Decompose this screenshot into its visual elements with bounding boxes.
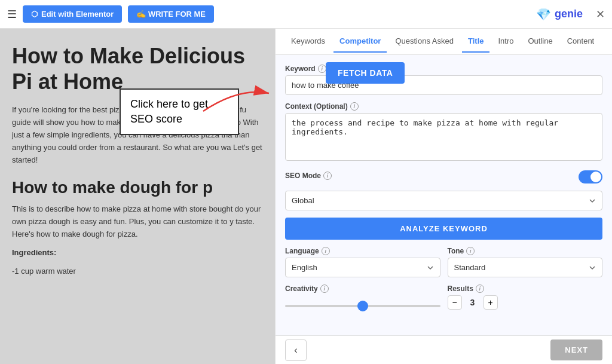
creativity-results-row: Creativity i Results i − 3 + — [285, 285, 602, 311]
tabs-bar: Keywords Competitor Questions Asked Titl… — [276, 29, 612, 55]
global-select[interactable]: Global — [285, 191, 602, 210]
ingredient-item: -1 cup warm water — [12, 265, 263, 278]
context-label: Context (Optional) i — [285, 102, 602, 111]
creativity-slider-container — [285, 299, 440, 311]
article-paragraph2: This is to describe how to make pizza at… — [12, 203, 263, 240]
bottom-bar: ‹ NEXT — [276, 335, 612, 364]
seo-mode-row: SEO Mode i — [285, 170, 602, 183]
language-tone-row: Language i English Tone i Standard — [285, 247, 602, 277]
tab-intro[interactable]: Intro — [492, 30, 519, 53]
global-dropdown-group: Global — [285, 191, 602, 210]
close-button[interactable]: ✕ — [596, 8, 605, 21]
tab-title[interactable]: Title — [462, 30, 490, 53]
context-info-icon: i — [350, 102, 359, 111]
edit-elementor-button[interactable]: ⬡ Edit with Elementor — [23, 5, 122, 23]
tone-select[interactable]: Standard — [448, 258, 603, 277]
tab-competitor[interactable]: Competitor — [333, 30, 387, 53]
tone-group: Tone i Standard — [448, 247, 603, 277]
write-for-me-button[interactable]: ✍ WRITE FOR ME — [128, 5, 214, 23]
seo-mode-group: SEO Mode i — [285, 170, 602, 183]
hamburger-button[interactable]: ☰ — [7, 8, 17, 21]
tone-info-icon: i — [466, 247, 475, 255]
creativity-slider[interactable] — [285, 305, 440, 307]
language-label: Language i — [285, 247, 440, 255]
fetch-data-button[interactable]: FETCH DATA — [326, 62, 405, 84]
main-layout: How to Make Delicious Pi at Home If you'… — [0, 29, 612, 364]
editor-panel: How to Make Delicious Pi at Home If you'… — [0, 29, 275, 364]
fetch-data-area: FETCH DATA — [326, 62, 405, 84]
right-content: Keyword i Context (Optional) i the proce… — [276, 55, 612, 335]
context-textarea[interactable]: the process and recipe to make pizza at … — [285, 113, 602, 161]
app-logo: 💎 genie — [536, 7, 583, 22]
topbar: ☰ ⬡ Edit with Elementor ✍ WRITE FOR ME 💎… — [0, 0, 612, 29]
seo-mode-toggle[interactable] — [579, 170, 602, 183]
creativity-info-icon: i — [320, 285, 329, 293]
results-group: Results i − 3 + — [448, 285, 603, 311]
results-increment-button[interactable]: + — [484, 295, 498, 310]
creativity-group: Creativity i — [285, 285, 440, 311]
elementor-icon: ⬡ — [31, 10, 38, 19]
tone-label: Tone i — [448, 247, 603, 255]
seo-mode-info-icon: i — [323, 172, 332, 180]
ingredients-label: Ingredients: — [12, 247, 263, 259]
seo-mode-label: SEO Mode i — [285, 172, 332, 180]
results-label: Results i — [448, 285, 603, 293]
tab-questions[interactable]: Questions Asked — [389, 30, 460, 53]
article-heading2: How to make dough for p — [12, 178, 263, 197]
language-select[interactable]: English — [285, 258, 440, 277]
results-decrement-button[interactable]: − — [448, 295, 462, 310]
editor-content: How to Make Delicious Pi at Home If you'… — [12, 43, 263, 277]
creativity-label: Creativity i — [285, 285, 440, 293]
keyword-info-icon: i — [318, 65, 326, 73]
context-field-group: Context (Optional) i the process and rec… — [285, 102, 602, 163]
logo-gem-icon: 💎 — [536, 7, 551, 22]
tab-keywords[interactable]: Keywords — [285, 30, 331, 53]
results-value: 3 — [467, 298, 479, 307]
results-info-icon: i — [476, 285, 484, 293]
previous-button[interactable]: ‹ — [285, 339, 307, 361]
language-group: Language i English — [285, 247, 440, 277]
results-control: − 3 + — [448, 295, 603, 310]
toggle-knob — [590, 172, 601, 182]
tab-content[interactable]: Content — [561, 30, 601, 53]
arrow-indicator — [197, 81, 275, 120]
next-button[interactable]: NEXT — [550, 339, 602, 360]
tab-outline[interactable]: Outline — [522, 30, 559, 53]
analyze-keyword-button[interactable]: ANALYZE KEYWORD — [285, 218, 602, 240]
language-info-icon: i — [322, 247, 330, 255]
